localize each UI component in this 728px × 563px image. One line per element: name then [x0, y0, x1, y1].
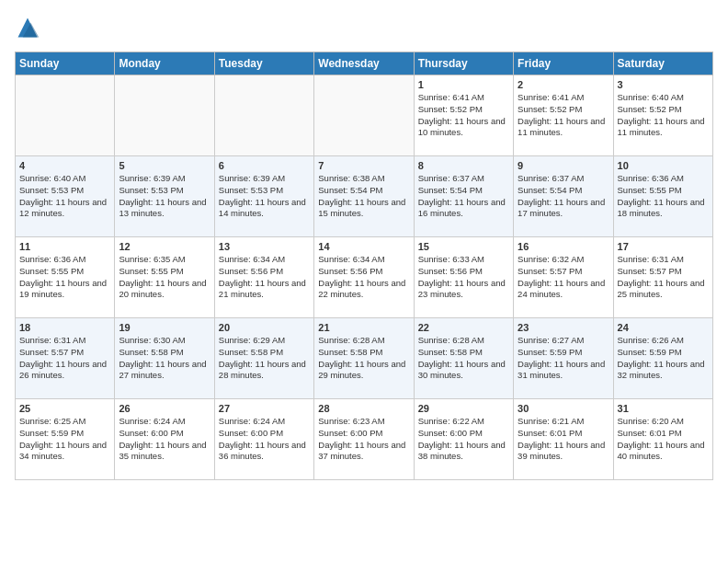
day-number: 15 — [418, 241, 509, 252]
sunset-time: Sunset: 5:53 PM — [119, 185, 210, 197]
daylight-hours: Daylight: 11 hours and 36 minutes. — [219, 440, 310, 464]
calendar-cell: 10Sunrise: 6:36 AMSunset: 5:55 PMDayligh… — [613, 156, 712, 237]
col-header-monday: Monday — [115, 52, 214, 75]
sunrise-time: Sunrise: 6:25 AM — [19, 416, 110, 428]
day-number: 22 — [418, 322, 509, 333]
col-header-wednesday: Wednesday — [314, 52, 414, 75]
day-number: 27 — [219, 403, 310, 414]
sunrise-time: Sunrise: 6:23 AM — [318, 416, 409, 428]
daylight-hours: Daylight: 11 hours and 17 minutes. — [518, 197, 609, 221]
sunset-time: Sunset: 5:53 PM — [19, 185, 110, 197]
sunrise-time: Sunrise: 6:36 AM — [19, 254, 110, 266]
calendar-cell: 19Sunrise: 6:30 AMSunset: 5:58 PMDayligh… — [115, 318, 214, 399]
calendar-cell: 5Sunrise: 6:39 AMSunset: 5:53 PMDaylight… — [115, 156, 214, 237]
day-number: 6 — [219, 160, 310, 171]
calendar-cell: 7Sunrise: 6:38 AMSunset: 5:54 PMDaylight… — [314, 156, 414, 237]
sunset-time: Sunset: 5:58 PM — [318, 347, 409, 359]
daylight-hours: Daylight: 11 hours and 15 minutes. — [318, 197, 409, 221]
daylight-hours: Daylight: 11 hours and 24 minutes. — [518, 278, 609, 302]
day-number: 31 — [618, 403, 709, 414]
calendar-cell: 24Sunrise: 6:26 AMSunset: 5:59 PMDayligh… — [613, 318, 712, 399]
sunrise-time: Sunrise: 6:37 AM — [418, 173, 509, 185]
calendar-cell — [16, 75, 115, 156]
col-header-friday: Friday — [514, 52, 613, 75]
day-number: 30 — [518, 403, 609, 414]
calendar-cell: 23Sunrise: 6:27 AMSunset: 5:59 PMDayligh… — [514, 318, 613, 399]
day-number: 8 — [418, 160, 509, 171]
sunset-time: Sunset: 6:01 PM — [518, 428, 609, 440]
sunset-time: Sunset: 5:57 PM — [618, 266, 709, 278]
sunset-time: Sunset: 5:56 PM — [418, 266, 509, 278]
daylight-hours: Daylight: 11 hours and 20 minutes. — [119, 278, 210, 302]
sunrise-time: Sunrise: 6:31 AM — [19, 335, 110, 347]
sunrise-time: Sunrise: 6:29 AM — [219, 335, 310, 347]
sunset-time: Sunset: 5:58 PM — [119, 347, 210, 359]
calendar-table: SundayMondayTuesdayWednesdayThursdayFrid… — [15, 52, 713, 480]
day-number: 10 — [618, 160, 709, 171]
calendar-cell: 31Sunrise: 6:20 AMSunset: 6:01 PMDayligh… — [613, 399, 712, 480]
sunrise-time: Sunrise: 6:34 AM — [318, 254, 409, 266]
day-number: 26 — [119, 403, 210, 414]
sunset-time: Sunset: 5:54 PM — [418, 185, 509, 197]
day-number: 7 — [318, 160, 409, 171]
daylight-hours: Daylight: 11 hours and 10 minutes. — [418, 116, 509, 140]
sunrise-time: Sunrise: 6:30 AM — [119, 335, 210, 347]
sunrise-time: Sunrise: 6:41 AM — [518, 92, 609, 104]
daylight-hours: Daylight: 11 hours and 32 minutes. — [618, 359, 709, 383]
sunset-time: Sunset: 5:55 PM — [19, 266, 110, 278]
day-number: 16 — [518, 241, 609, 252]
sunset-time: Sunset: 5:58 PM — [219, 347, 310, 359]
daylight-hours: Daylight: 11 hours and 19 minutes. — [19, 278, 110, 302]
sunrise-time: Sunrise: 6:40 AM — [618, 92, 709, 104]
day-number: 23 — [518, 322, 609, 333]
sunset-time: Sunset: 6:00 PM — [318, 428, 409, 440]
day-number: 25 — [19, 403, 110, 414]
sunrise-time: Sunrise: 6:38 AM — [318, 173, 409, 185]
sunrise-time: Sunrise: 6:37 AM — [518, 173, 609, 185]
sunrise-time: Sunrise: 6:31 AM — [618, 254, 709, 266]
daylight-hours: Daylight: 11 hours and 26 minutes. — [19, 359, 110, 383]
sunset-time: Sunset: 5:55 PM — [618, 185, 709, 197]
daylight-hours: Daylight: 11 hours and 12 minutes. — [19, 197, 110, 221]
calendar-cell: 29Sunrise: 6:22 AMSunset: 6:00 PMDayligh… — [414, 399, 513, 480]
daylight-hours: Daylight: 11 hours and 31 minutes. — [518, 359, 609, 383]
sunset-time: Sunset: 5:56 PM — [318, 266, 409, 278]
daylight-hours: Daylight: 11 hours and 28 minutes. — [219, 359, 310, 383]
col-header-tuesday: Tuesday — [214, 52, 313, 75]
calendar-cell: 14Sunrise: 6:34 AMSunset: 5:56 PMDayligh… — [314, 237, 414, 318]
col-header-sunday: Sunday — [16, 52, 115, 75]
calendar-cell: 16Sunrise: 6:32 AMSunset: 5:57 PMDayligh… — [514, 237, 613, 318]
calendar-cell: 8Sunrise: 6:37 AMSunset: 5:54 PMDaylight… — [414, 156, 513, 237]
sunset-time: Sunset: 5:59 PM — [19, 428, 110, 440]
sunrise-time: Sunrise: 6:39 AM — [119, 173, 210, 185]
calendar-cell: 6Sunrise: 6:39 AMSunset: 5:53 PMDaylight… — [214, 156, 313, 237]
day-number: 12 — [119, 241, 210, 252]
sunrise-time: Sunrise: 6:20 AM — [618, 416, 709, 428]
daylight-hours: Daylight: 11 hours and 30 minutes. — [418, 359, 509, 383]
sunrise-time: Sunrise: 6:35 AM — [119, 254, 210, 266]
day-number: 5 — [119, 160, 210, 171]
calendar-week-3: 11Sunrise: 6:36 AMSunset: 5:55 PMDayligh… — [16, 237, 713, 318]
daylight-hours: Daylight: 11 hours and 23 minutes. — [418, 278, 509, 302]
calendar-cell: 12Sunrise: 6:35 AMSunset: 5:55 PMDayligh… — [115, 237, 214, 318]
calendar-cell: 26Sunrise: 6:24 AMSunset: 6:00 PMDayligh… — [115, 399, 214, 480]
day-number: 21 — [318, 322, 409, 333]
sunrise-time: Sunrise: 6:39 AM — [219, 173, 310, 185]
sunset-time: Sunset: 5:59 PM — [518, 347, 609, 359]
sunrise-time: Sunrise: 6:41 AM — [418, 92, 509, 104]
calendar-cell: 1Sunrise: 6:41 AMSunset: 5:52 PMDaylight… — [414, 75, 513, 156]
daylight-hours: Daylight: 11 hours and 29 minutes. — [318, 359, 409, 383]
sunrise-time: Sunrise: 6:26 AM — [618, 335, 709, 347]
sunset-time: Sunset: 5:52 PM — [618, 104, 709, 116]
daylight-hours: Daylight: 11 hours and 35 minutes. — [119, 440, 210, 464]
daylight-hours: Daylight: 11 hours and 14 minutes. — [219, 197, 310, 221]
sunset-time: Sunset: 5:57 PM — [518, 266, 609, 278]
sunset-time: Sunset: 5:54 PM — [518, 185, 609, 197]
page-header — [15, 15, 713, 40]
sunrise-time: Sunrise: 6:21 AM — [518, 416, 609, 428]
daylight-hours: Daylight: 11 hours and 21 minutes. — [219, 278, 310, 302]
sunset-time: Sunset: 6:01 PM — [618, 428, 709, 440]
calendar-cell: 3Sunrise: 6:40 AMSunset: 5:52 PMDaylight… — [613, 75, 712, 156]
daylight-hours: Daylight: 11 hours and 18 minutes. — [618, 197, 709, 221]
calendar-cell: 2Sunrise: 6:41 AMSunset: 5:52 PMDaylight… — [514, 75, 613, 156]
